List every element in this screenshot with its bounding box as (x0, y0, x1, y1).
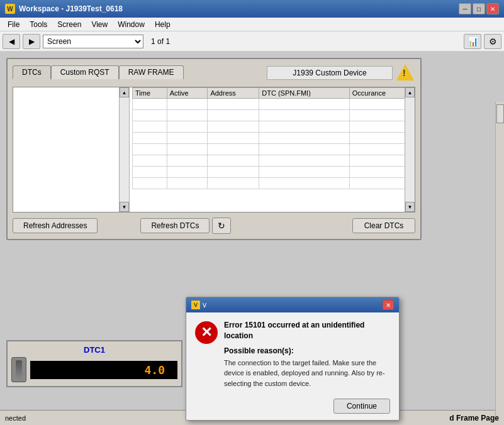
dialog-close-button[interactable]: ✕ (383, 300, 394, 310)
page-of-label: of (157, 37, 164, 46)
close-button[interactable]: ✕ (486, 3, 499, 14)
error-dialog: V v ✕ ✕ Error 15101 occurred at an unide… (186, 297, 400, 421)
dialog-error-code: Error 15101 occurred at an unidentified … (224, 320, 390, 341)
app-icon: W (5, 4, 15, 14)
menu-window[interactable]: Window (113, 19, 150, 30)
menu-view[interactable]: View (86, 19, 113, 30)
dialog-overlay: V v ✕ ✕ Error 15101 occurred at an unide… (0, 52, 504, 425)
dialog-title-bar: V v ✕ (186, 297, 399, 312)
window-title: Workspace - J1939Test_0618 (19, 4, 123, 13)
page-info: 1 of 1 (146, 37, 175, 46)
menu-screen[interactable]: Screen (52, 19, 86, 30)
menu-tools[interactable]: Tools (25, 19, 52, 30)
error-icon: ✕ (195, 321, 218, 344)
window-controls: ─ □ ✕ (459, 3, 499, 14)
dialog-footer: Continue (186, 395, 399, 420)
chart-button[interactable]: 📊 (464, 34, 481, 49)
back-button[interactable]: ◀ (3, 34, 20, 49)
page-current: 1 (151, 37, 155, 46)
menu-file[interactable]: File (3, 19, 25, 30)
main-area: DTCs Custom RQST RAW FRAME J1939 Custom … (0, 52, 504, 425)
dialog-title: v (203, 301, 206, 309)
minimize-button[interactable]: ─ (459, 3, 471, 14)
toolbar: ◀ ▶ Screen 1 of 1 📊 ⚙ (0, 31, 504, 52)
menu-help[interactable]: Help (150, 19, 176, 30)
continue-button[interactable]: Continue (333, 399, 390, 414)
maximize-button[interactable]: □ (473, 3, 485, 14)
title-bar: W Workspace - J1939Test_0618 ─ □ ✕ (0, 0, 504, 18)
dialog-content: Error 15101 occurred at an unidentified … (224, 320, 390, 389)
dialog-possible-label: Possible reason(s): (224, 346, 390, 355)
settings-button[interactable]: ⚙ (484, 34, 501, 49)
forward-button[interactable]: ▶ (23, 34, 40, 49)
dialog-body: ✕ Error 15101 occurred at an unidentifie… (186, 312, 399, 395)
menu-bar: File Tools Screen View Window Help (0, 18, 504, 31)
page-total: 1 (165, 37, 170, 46)
screen-dropdown[interactable]: Screen (43, 35, 143, 48)
dialog-app-icon: V (191, 301, 200, 309)
dialog-detail-text: The connection to the target failed. Mak… (224, 358, 390, 389)
